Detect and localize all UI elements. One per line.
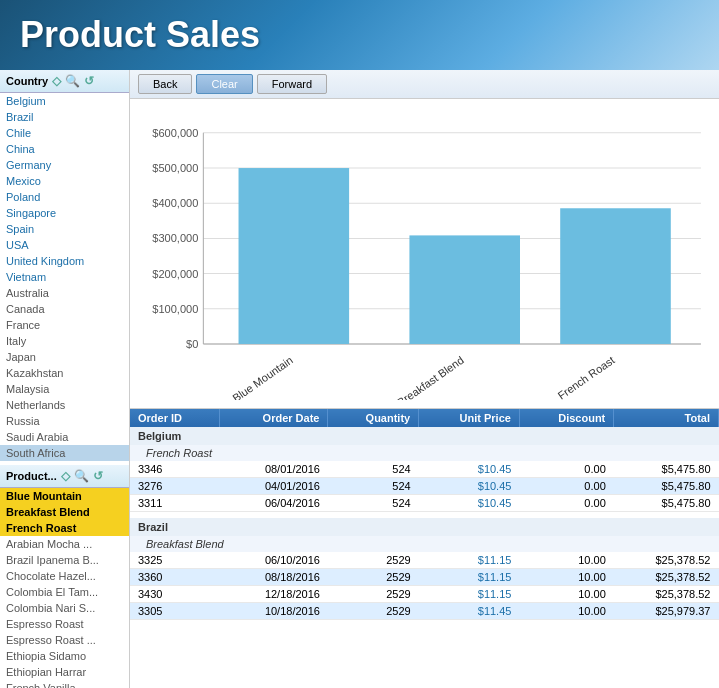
bar-chart: $600,000 $500,000 $400,000 $300,000 $200…: [138, 107, 711, 400]
product-item[interactable]: Arabian Mocha ...: [0, 536, 129, 552]
data-table: Order ID Order Date Quantity Unit Price …: [130, 409, 719, 620]
svg-text:Blue Mountain: Blue Mountain: [230, 354, 295, 400]
back-button[interactable]: Back: [138, 74, 192, 94]
product-panel-header: Product... ◇ 🔍 ↺: [0, 465, 129, 488]
col-total: Total: [614, 409, 719, 427]
table-header-row: Order ID Order Date Quantity Unit Price …: [130, 409, 719, 427]
product-item[interactable]: French Roast: [0, 520, 129, 536]
svg-text:$100,000: $100,000: [152, 303, 198, 315]
country-item[interactable]: Kazakhstan: [0, 365, 129, 381]
product-list: Blue Mountain Breakfast Blend French Roa…: [0, 488, 129, 688]
col-discount: Discount: [519, 409, 613, 427]
country-list: Belgium Brazil Chile China Germany Mexic…: [0, 93, 129, 465]
right-panel: Back Clear Forward $600,000 $500,000 $40…: [130, 70, 719, 688]
main-layout: Country ◇ 🔍 ↺ Belgium Brazil Chile China…: [0, 70, 719, 688]
col-quantity: Quantity: [328, 409, 419, 427]
country-item[interactable]: South Africa: [0, 445, 129, 461]
table-area: Order ID Order Date Quantity Unit Price …: [130, 409, 719, 688]
product-item[interactable]: Colombia Nari S...: [0, 600, 129, 616]
page-title: Product Sales: [20, 14, 260, 56]
country-item[interactable]: Singapore: [0, 205, 129, 221]
subgroup-header-breakfast-blend: Breakfast Blend: [130, 536, 719, 552]
country-item[interactable]: USA: [0, 237, 129, 253]
table-row[interactable]: 3305 10/18/2016 2529 $11.45 10.00 $25,97…: [130, 602, 719, 619]
table-row[interactable]: 3430 12/18/2016 2529 $11.15 10.00 $25,37…: [130, 585, 719, 602]
table-row[interactable]: 3360 08/18/2016 2529 $11.15 10.00 $25,37…: [130, 568, 719, 585]
country-item[interactable]: France: [0, 317, 129, 333]
country-item[interactable]: Russia: [0, 413, 129, 429]
forward-button[interactable]: Forward: [257, 74, 327, 94]
svg-text:$200,000: $200,000: [152, 268, 198, 280]
svg-text:French Roast: French Roast: [555, 354, 616, 400]
product-item[interactable]: Ethiopian Harrar: [0, 664, 129, 680]
svg-text:$500,000: $500,000: [152, 162, 198, 174]
group-header-brazil: Brazil: [130, 518, 719, 536]
bar-french-roast[interactable]: [560, 208, 671, 344]
svg-text:$300,000: $300,000: [152, 232, 198, 244]
country-item[interactable]: Brazil: [0, 109, 129, 125]
col-order-id: Order ID: [130, 409, 219, 427]
country-panel-label: Country: [6, 75, 48, 87]
bar-blue-mountain[interactable]: [239, 168, 350, 344]
product-item[interactable]: French Vanilla: [0, 680, 129, 688]
svg-text:$600,000: $600,000: [152, 127, 198, 139]
product-item[interactable]: Blue Mountain: [0, 488, 129, 504]
col-unit-price: Unit Price: [419, 409, 520, 427]
table-row[interactable]: 3276 04/01/2016 524 $10.45 0.00 $5,475.8…: [130, 478, 719, 495]
svg-text:$400,000: $400,000: [152, 197, 198, 209]
product-item[interactable]: Espresso Roast: [0, 616, 129, 632]
bar-breakfast-blend[interactable]: [409, 235, 520, 344]
country-item[interactable]: China: [0, 141, 129, 157]
product-search-icon[interactable]: 🔍: [74, 469, 89, 483]
country-search-icon[interactable]: 🔍: [65, 74, 80, 88]
chart-area: $600,000 $500,000 $400,000 $300,000 $200…: [130, 99, 719, 409]
product-item[interactable]: Colombia El Tam...: [0, 584, 129, 600]
product-item[interactable]: Chocolate Hazel...: [0, 568, 129, 584]
country-sort-icon[interactable]: ◇: [52, 74, 61, 88]
country-item[interactable]: Malaysia: [0, 381, 129, 397]
product-clear-icon[interactable]: ↺: [93, 469, 103, 483]
svg-text:Breakfast Blend: Breakfast Blend: [395, 354, 466, 400]
product-item[interactable]: Breakfast Blend: [0, 504, 129, 520]
product-sort-icon[interactable]: ◇: [61, 469, 70, 483]
group-header-belgium: Belgium: [130, 427, 719, 445]
table-row[interactable]: 3346 08/01/2016 524 $10.45 0.00 $5,475.8…: [130, 461, 719, 478]
country-item[interactable]: United Kingdom: [0, 253, 129, 269]
country-item[interactable]: Saudi Arabia: [0, 429, 129, 445]
country-item[interactable]: Germany: [0, 157, 129, 173]
product-item[interactable]: Espresso Roast ...: [0, 632, 129, 648]
country-item[interactable]: Australia: [0, 285, 129, 301]
product-item[interactable]: Ethiopia Sidamo: [0, 648, 129, 664]
clear-button[interactable]: Clear: [196, 74, 252, 94]
left-panel: Country ◇ 🔍 ↺ Belgium Brazil Chile China…: [0, 70, 130, 688]
country-item[interactable]: Chile: [0, 125, 129, 141]
header: Product Sales: [0, 0, 719, 70]
country-item[interactable]: Italy: [0, 333, 129, 349]
country-item[interactable]: Poland: [0, 189, 129, 205]
country-item[interactable]: Japan: [0, 349, 129, 365]
product-item[interactable]: Brazil Ipanema B...: [0, 552, 129, 568]
table-row[interactable]: 3325 06/10/2016 2529 $11.15 10.00 $25,37…: [130, 552, 719, 569]
country-clear-icon[interactable]: ↺: [84, 74, 94, 88]
country-item[interactable]: Netherlands: [0, 397, 129, 413]
product-panel-label: Product...: [6, 470, 57, 482]
country-item[interactable]: Mexico: [0, 173, 129, 189]
country-item[interactable]: Spain: [0, 221, 129, 237]
country-item[interactable]: Vietnam: [0, 269, 129, 285]
country-item[interactable]: Canada: [0, 301, 129, 317]
toolbar: Back Clear Forward: [130, 70, 719, 99]
subgroup-header-french-roast: French Roast: [130, 445, 719, 461]
country-item[interactable]: Belgium: [0, 93, 129, 109]
svg-text:$0: $0: [186, 338, 198, 350]
country-panel-header: Country ◇ 🔍 ↺: [0, 70, 129, 93]
table-row[interactable]: 3311 06/04/2016 524 $10.45 0.00 $5,475.8…: [130, 495, 719, 512]
col-order-date: Order Date: [219, 409, 328, 427]
